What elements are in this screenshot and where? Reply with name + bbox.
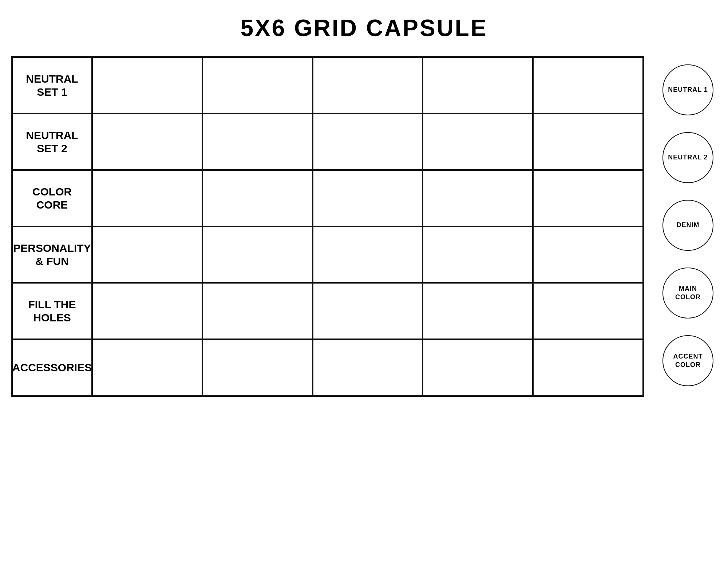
- legend-circle-4: ACCENT COLOR: [662, 335, 713, 386]
- grid-cell-2-2[interactable]: [313, 170, 423, 226]
- grid-cell-5-2[interactable]: [313, 339, 423, 396]
- row-label-text-4: FILL THE HOLES: [28, 298, 76, 324]
- row-label-text-5: ACCESSORIES: [12, 361, 92, 374]
- grid-cell-1-3[interactable]: [423, 114, 533, 170]
- grid-cell-5-4[interactable]: [533, 339, 643, 396]
- grid-cell-4-0[interactable]: [92, 283, 202, 339]
- grid-cell-3-3[interactable]: [423, 226, 533, 283]
- grid-cell-4-3[interactable]: [423, 283, 533, 339]
- grid-cell-2-0[interactable]: [92, 170, 202, 226]
- grid-cell-0-3[interactable]: [423, 57, 533, 114]
- grid-cell-0-0[interactable]: [92, 57, 202, 114]
- grid-cell-0-2[interactable]: [313, 57, 423, 114]
- row-label-2: COLOR CORE: [12, 170, 92, 226]
- row-label-1: NEUTRAL SET 2: [12, 114, 92, 170]
- grid-cell-2-3[interactable]: [423, 170, 533, 226]
- grid-cell-3-1[interactable]: [202, 226, 313, 283]
- main-layout: NEUTRAL SET 1NEUTRAL SET 2COLOR COREPERS…: [4, 56, 724, 397]
- grid-cell-1-0[interactable]: [92, 114, 202, 170]
- page-title: 5X6 GRID CAPSULE: [240, 15, 487, 41]
- grid-cell-5-3[interactable]: [423, 339, 533, 396]
- grid-cell-2-4[interactable]: [533, 170, 643, 226]
- legend-circle-0: NEUTRAL 1: [662, 64, 713, 115]
- row-label-text-2: COLOR CORE: [32, 185, 72, 211]
- legend-item-0: NEUTRAL 1: [659, 64, 717, 115]
- grid-cell-3-0[interactable]: [92, 226, 202, 283]
- legend-column: NEUTRAL 1NEUTRAL 2DENIMMAIN COLORACCENT …: [659, 56, 717, 395]
- grid-cell-4-1[interactable]: [202, 283, 313, 339]
- row-label-3: PERSONALITY & FUN: [12, 226, 92, 283]
- grid-cell-1-1[interactable]: [202, 114, 313, 170]
- legend-item-1: NEUTRAL 2: [659, 132, 717, 183]
- grid-cell-1-2[interactable]: [313, 114, 423, 170]
- legend-label-2: DENIM: [677, 221, 700, 229]
- row-label-5: ACCESSORIES: [12, 339, 92, 396]
- grid-cell-5-0[interactable]: [92, 339, 202, 396]
- grid-cell-4-2[interactable]: [313, 283, 423, 339]
- row-label-text-1: NEUTRAL SET 2: [26, 129, 78, 155]
- legend-circle-3: MAIN COLOR: [662, 268, 713, 318]
- row-label-0: NEUTRAL SET 1: [12, 57, 92, 114]
- grid-cell-0-4[interactable]: [533, 57, 643, 114]
- capsule-grid: NEUTRAL SET 1NEUTRAL SET 2COLOR COREPERS…: [11, 56, 644, 397]
- legend-item-3: MAIN COLOR: [659, 268, 717, 318]
- grid-cell-1-4[interactable]: [533, 114, 643, 170]
- row-label-4: FILL THE HOLES: [12, 283, 92, 339]
- legend-label-1: NEUTRAL 2: [668, 153, 708, 162]
- legend-item-4: ACCENT COLOR: [659, 335, 717, 386]
- row-label-text-0: NEUTRAL SET 1: [26, 72, 78, 99]
- grid-cell-0-1[interactable]: [202, 57, 313, 114]
- grid-cell-4-4[interactable]: [533, 283, 643, 339]
- grid-cell-2-1[interactable]: [202, 170, 313, 226]
- legend-item-2: DENIM: [659, 200, 717, 251]
- legend-circle-2: DENIM: [662, 200, 713, 251]
- grid-cell-5-1[interactable]: [202, 339, 313, 396]
- legend-label-3: MAIN COLOR: [675, 285, 701, 302]
- legend-label-4: ACCENT COLOR: [673, 352, 703, 369]
- grid-cell-3-2[interactable]: [313, 226, 423, 283]
- grid-cell-3-4[interactable]: [533, 226, 643, 283]
- row-label-text-3: PERSONALITY & FUN: [13, 242, 91, 268]
- legend-label-0: NEUTRAL 1: [668, 86, 708, 94]
- legend-circle-1: NEUTRAL 2: [662, 132, 713, 183]
